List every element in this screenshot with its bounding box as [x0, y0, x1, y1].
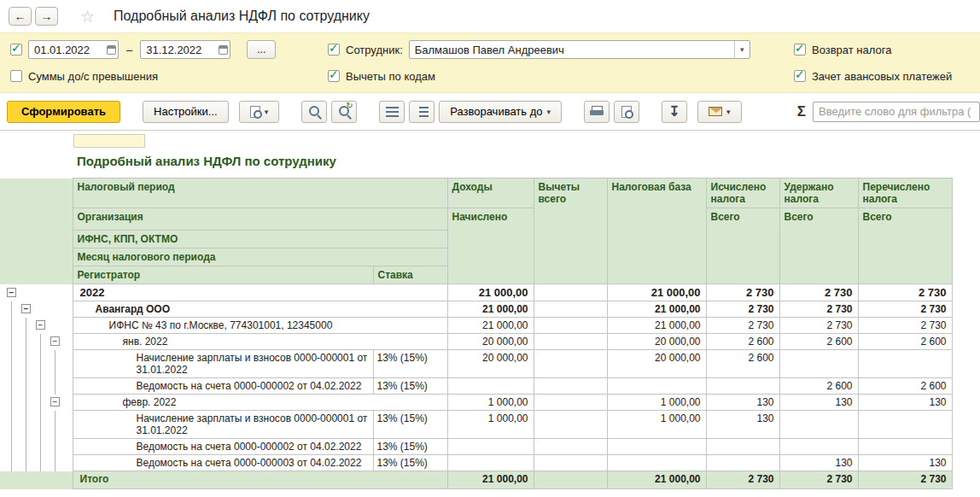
report-row-ifns: − ИФНС № 43 по г.Москве, 774301001, 1234… — [0, 318, 952, 334]
cell-withheld: 2 600 — [779, 334, 858, 350]
cell-tax-base — [607, 455, 706, 471]
col-header-tax-base: Налоговая база — [607, 178, 706, 284]
employee-combobox[interactable]: Балмашов Павел Андреевич ▾ — [409, 40, 750, 59]
period-more-button[interactable]: ... — [247, 40, 276, 59]
cell-income — [447, 455, 534, 471]
date-to-field[interactable]: 31.12.2022 — [140, 40, 230, 59]
calendar-button[interactable] — [216, 42, 230, 57]
employee-checkbox[interactable]: ✓ — [328, 44, 340, 56]
registrar-label: Начисление зарплаты и взносов 0000-00000… — [73, 350, 373, 378]
cell-transferred: 2 730 — [858, 318, 952, 334]
print-preview-button[interactable] — [614, 101, 639, 123]
refresh-icon: ↻ — [346, 101, 353, 110]
report-table: Налоговый период Доходы Вычеты всего Нал… — [0, 178, 953, 489]
generate-button[interactable]: Сформировать — [7, 101, 120, 123]
quick-filter-input[interactable] — [813, 102, 980, 122]
cell-withheld — [779, 439, 858, 455]
report-row-registrar: Ведомость на счета 0000-000003 от 04.02.… — [0, 455, 952, 471]
cell-withheld: 130 — [779, 455, 858, 471]
report-variants-button[interactable]: ▾ — [239, 101, 280, 123]
back-arrow-icon: ← — [15, 9, 26, 23]
back-button[interactable]: ← — [9, 7, 32, 26]
group-expander[interactable]: − — [21, 304, 31, 313]
group-label: февр. 2022 — [73, 395, 447, 411]
cell-calculated: 130 — [706, 395, 779, 411]
send-email-button[interactable]: ▾ — [697, 101, 742, 123]
tree-gutter: − — [0, 301, 73, 318]
combo-dropdown-button[interactable]: ▾ — [734, 41, 750, 58]
forward-button[interactable]: → — [35, 7, 58, 26]
cell-tax-base: 21 000,00 — [607, 471, 706, 489]
group-expander[interactable]: − — [7, 288, 16, 297]
date-from-field[interactable]: 01.01.2022 — [28, 40, 119, 59]
autosum-indicator: Σ — [797, 103, 806, 120]
deductions-by-codes-checkbox[interactable]: ✓ — [328, 70, 340, 82]
search-button[interactable] — [301, 101, 327, 123]
cell-calculated: 2 730 — [706, 301, 779, 318]
report-row-year: − 2022 21 000,00 21 000,00 2 730 2 730 2… — [0, 284, 952, 301]
favorites-star-icon[interactable]: ☆ — [80, 7, 95, 26]
settings-button[interactable]: Настройки... — [143, 101, 229, 123]
cell-transferred: 2 730 — [858, 471, 952, 489]
save-document-icon: ↧ — [668, 105, 680, 119]
chevron-down-icon: ▾ — [726, 108, 731, 116]
cell-withheld: 2 730 — [779, 471, 858, 489]
deductions-by-codes-label: Вычеты по кодам — [346, 70, 435, 83]
expand-levels-icon — [419, 107, 429, 117]
cell-withheld: 2 730 — [779, 284, 858, 301]
envelope-icon — [709, 107, 722, 116]
cell-withheld: 2 730 — [779, 301, 858, 318]
employee-value: Балмашов Павел Андреевич — [410, 44, 734, 56]
expand-groups-button[interactable] — [409, 101, 435, 123]
expand-to-button[interactable]: Разворачивать до ▾ — [439, 101, 562, 123]
cell-transferred — [858, 350, 952, 378]
tree-gutter — [0, 350, 73, 378]
col-header-ifns: ИФНС, КПП, ОКТМО — [73, 231, 447, 248]
cell-deductions — [534, 318, 607, 334]
period-checkbox[interactable]: ✓ — [10, 44, 22, 56]
search-reset-button[interactable]: ↻ — [331, 101, 357, 123]
cell-income — [447, 378, 534, 395]
cell-tax-base — [607, 439, 706, 455]
calendar-button[interactable] — [104, 42, 118, 57]
group-label: Авангард ООО — [73, 301, 447, 318]
date-from-value: 01.01.2022 — [34, 44, 101, 56]
collapse-groups-button[interactable] — [379, 101, 405, 123]
col-header-tax-period: Налоговый период — [73, 178, 447, 208]
print-button[interactable] — [584, 101, 610, 123]
cell-deductions — [534, 284, 607, 301]
printer-icon — [590, 106, 604, 118]
print-preview-icon — [621, 106, 632, 118]
col-header-total: Всего — [858, 208, 952, 284]
save-button[interactable]: ↧ — [662, 101, 687, 123]
report-row-registrar: Ведомость на счета 0000-000002 от 04.02.… — [0, 378, 952, 395]
cell-withheld: 130 — [779, 395, 858, 411]
group-expander[interactable]: − — [36, 320, 45, 330]
group-label: янв. 2022 — [73, 334, 447, 350]
total-label: Итого — [73, 471, 447, 489]
advance-offset-checkbox[interactable]: ✓ — [794, 70, 806, 82]
sums-threshold-label: Суммы до/с превышения — [28, 70, 158, 83]
cell-income: 1 000,00 — [447, 411, 534, 439]
cell-calculated — [706, 378, 779, 395]
cell-calculated: 130 — [706, 411, 779, 439]
cell-transferred: 2 730 — [858, 284, 952, 301]
tax-refund-checkbox[interactable]: ✓ — [794, 44, 806, 56]
forward-arrow-icon: → — [41, 9, 53, 23]
report-row-month: − февр. 2022 1 000,00 1 000,00 130 130 1… — [0, 395, 952, 411]
group-expander[interactable]: − — [50, 397, 60, 406]
cell-rate: 13% (15%) — [373, 378, 447, 395]
registrar-label: Ведомость на счета 0000-000002 от 04.02.… — [73, 439, 373, 455]
cell-calculated — [706, 439, 779, 455]
cell-deductions — [534, 334, 607, 350]
cell-tax-base: 21 000,00 — [607, 284, 706, 301]
cell-withheld — [779, 350, 858, 378]
sums-threshold-checkbox[interactable] — [10, 70, 22, 82]
col-header-transferred: Перечислено налога — [858, 178, 952, 208]
group-expander[interactable]: − — [50, 336, 60, 346]
date-to-value: 31.12.2022 — [146, 44, 213, 56]
cell-transferred: 130 — [858, 395, 952, 411]
check-icon: ✓ — [795, 41, 805, 55]
collapse-levels-icon — [386, 107, 399, 117]
cell-deductions — [534, 411, 607, 439]
